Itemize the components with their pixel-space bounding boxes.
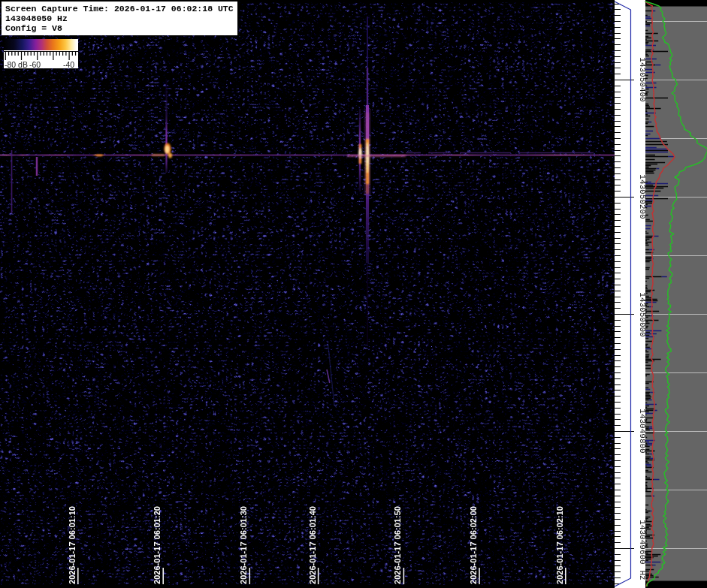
svg-text:-60: -60 xyxy=(29,60,41,69)
svg-text:2026-01-17 06:01:20: 2026-01-17 06:01:20 xyxy=(152,506,162,584)
svg-text:-80 dB: -80 dB xyxy=(5,60,28,69)
svg-text:2026-01-17 06:01:10: 2026-01-17 06:01:10 xyxy=(67,506,77,584)
svg-text:143048050 Hz: 143048050 Hz xyxy=(5,14,68,23)
svg-text:-40: -40 xyxy=(63,60,74,69)
svg-text:Screen Capture Time: 2026-01-1: Screen Capture Time: 2026-01-17 06:02:18… xyxy=(5,4,234,14)
svg-text:2026-01-17 06:02:10: 2026-01-17 06:02:10 xyxy=(554,506,565,584)
svg-text:2026-01-17 06:01:40: 2026-01-17 06:01:40 xyxy=(307,506,318,584)
svg-text:2026-01-17 06:01:50: 2026-01-17 06:01:50 xyxy=(392,506,403,584)
svg-text:2026-01-17 06:02:00: 2026-01-17 06:02:00 xyxy=(468,506,479,584)
svg-text:Config = V8: Config = V8 xyxy=(5,23,62,33)
svg-text:2026-01-17 06:01:30: 2026-01-17 06:01:30 xyxy=(238,506,249,584)
